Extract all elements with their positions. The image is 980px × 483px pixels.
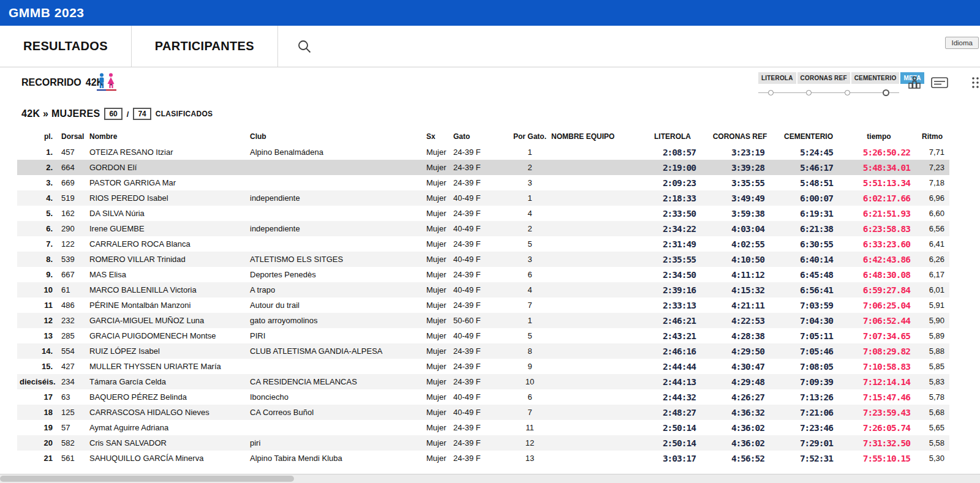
- col-dorsal: Dorsal: [59, 129, 87, 144]
- more-options-icon[interactable]: [970, 76, 980, 89]
- cell-coronas-ref: 4:29:48: [706, 374, 774, 389]
- cell-place: 10: [17, 282, 59, 298]
- cell-por-gato: 5: [511, 236, 549, 252]
- cell-literola: 2:18:33: [639, 190, 706, 206]
- cell-cementerio: 7:21:06: [774, 405, 843, 420]
- cell-tiempo: 5:51:13.34: [843, 175, 915, 190]
- table-row[interactable]: 11 486 PÉRINE Montalbán Manzoni Autour d…: [17, 298, 949, 313]
- cell-gato: 40-49 F: [451, 405, 511, 420]
- cell-por-gato: 13: [511, 451, 549, 466]
- cell-gato: 24-39 F: [451, 420, 511, 435]
- table-row[interactable]: dieciséis. 234 Támara García Celda CA RE…: [17, 374, 949, 389]
- table-row[interactable]: 19 57 Aymat Aguirre Adriana Mujer 24-39 …: [17, 420, 949, 435]
- cell-place: 9.: [17, 267, 59, 282]
- table-row[interactable]: 10 61 MARCO BALLENILLA Victoria A trapo …: [17, 282, 949, 298]
- cell-dorsal: 561: [59, 451, 87, 466]
- checkpoint-dot[interactable]: [768, 90, 774, 95]
- cell-ritmo: 7,18: [915, 175, 949, 190]
- table-row[interactable]: 17 63 BAQUERO PÉREZ Belinda Ibonciecho M…: [17, 389, 949, 405]
- cell-gato: 40-49 F: [451, 221, 511, 236]
- cell-nombre: ROMERO VILLAR Trinidad: [87, 252, 247, 267]
- cell-coronas-ref: 4:36:02: [706, 420, 774, 435]
- table-row[interactable]: 8. 539 ROMERO VILLAR Trinidad ATLETISMO …: [17, 252, 949, 267]
- cell-tiempo: 6:42:43.86: [843, 252, 915, 267]
- cell-tiempo: 7:23:59.43: [843, 405, 915, 420]
- gender-filter-icon[interactable]: [97, 72, 116, 92]
- cell-cementerio: 6:56:41: [774, 282, 843, 298]
- table-row[interactable]: 2. 664 GORDON Elí Mujer 24-39 F 2 2:19:0…: [17, 160, 949, 175]
- cell-equipo: [549, 160, 639, 175]
- search-button[interactable]: [278, 26, 331, 67]
- cell-club: Alpino Benalmádena: [247, 144, 424, 160]
- cell-coronas-ref: 3:59:38: [706, 206, 774, 221]
- scrollbar-thumb[interactable]: [0, 476, 294, 482]
- checkpoint-literola[interactable]: LITEROLA: [758, 72, 796, 84]
- table-row[interactable]: 9. 667 MAS Elisa Deportes Penedès Mujer …: [17, 267, 949, 282]
- cell-place: dieciséis.: [17, 374, 59, 389]
- cell-equipo: [549, 252, 639, 267]
- cell-literola: 2:48:27: [639, 405, 706, 420]
- cell-nombre: GORDON Elí: [87, 160, 247, 175]
- cell-coronas-ref: 4:02:55: [706, 236, 774, 252]
- cell-dorsal: 554: [59, 343, 87, 359]
- cell-sx: Mujer: [424, 343, 451, 359]
- table-row[interactable]: 21 561 SAHUQUILLO GARCÍA Minerva Alpino …: [17, 451, 949, 466]
- cell-tiempo: 6:33:23.60: [843, 236, 915, 252]
- table-row[interactable]: 12 232 GARCIA-MIGUEL MUÑOZ Luna gato arr…: [17, 313, 949, 328]
- checkpoint-cementerio[interactable]: CEMENTERIO: [851, 72, 900, 84]
- table-row[interactable]: 3. 669 PASTOR GARRIGA Mar Mujer 24-39 F …: [17, 175, 949, 190]
- table-row[interactable]: 15. 427 MULLER THYSSEN URIARTE María Muj…: [17, 359, 949, 374]
- cell-gato: 40-49 F: [451, 282, 511, 298]
- checkpoint-dot[interactable]: [883, 89, 889, 96]
- table-row[interactable]: 7. 122 CARRALERO ROCA Blanca Mujer 24-39…: [17, 236, 949, 252]
- cell-club: independiente: [247, 221, 424, 236]
- podium-icon[interactable]: [908, 76, 921, 89]
- table-row[interactable]: 13 285 GRACIA PUIGDOMENECH Montse PIRI M…: [17, 328, 949, 343]
- cell-tiempo: 5:26:50.22: [843, 144, 915, 160]
- cell-nombre: Támara García Celda: [87, 374, 247, 389]
- cell-dorsal: 162: [59, 206, 87, 221]
- cell-sx: Mujer: [424, 160, 451, 175]
- col-nombre-equipo: NOMBRE EQUIPO: [549, 129, 639, 144]
- cell-place: 21: [17, 451, 59, 466]
- table-row[interactable]: 1. 457 OTEIZA RESANO Itziar Alpino Benal…: [17, 144, 949, 160]
- cell-club: piri: [247, 435, 424, 451]
- card-view-icon[interactable]: [931, 76, 948, 89]
- checkpoint-dot[interactable]: [845, 90, 850, 95]
- cell-tiempo: 7:06:52.44: [843, 313, 915, 328]
- cell-literola: 2:44:13: [639, 374, 706, 389]
- cell-tiempo: 7:07:34.65: [843, 328, 915, 343]
- table-row[interactable]: 4. 519 RIOS PEREDO Isabel independiente …: [17, 190, 949, 206]
- cell-gato: 40-49 F: [451, 328, 511, 343]
- cell-equipo: [549, 374, 639, 389]
- cell-dorsal: 290: [59, 221, 87, 236]
- cell-literola: 2:09:23: [639, 175, 706, 190]
- cell-nombre: CARRASCOSA HIDALGO Nieves: [87, 405, 247, 420]
- cell-por-gato: 8: [511, 343, 549, 359]
- col-coronas-ref: CORONAS REF: [706, 129, 774, 144]
- table-row[interactable]: 6. 290 Irene GUEMBE independiente Mujer …: [17, 221, 949, 236]
- cell-dorsal: 519: [59, 190, 87, 206]
- idioma-button[interactable]: Idioma: [945, 37, 979, 49]
- cell-club: Autour du trail: [247, 298, 424, 313]
- tab-participantes[interactable]: PARTICIPANTES: [132, 26, 277, 67]
- cell-nombre: GRACIA PUIGDOMENECH Montse: [87, 328, 247, 343]
- table-row[interactable]: 14. 554 RUIZ LÓPEZ Isabel CLUB ATLETISMA…: [17, 343, 949, 359]
- checkpoint-coronas-ref[interactable]: CORONAS REF: [797, 72, 850, 84]
- checkpoint-dot[interactable]: [806, 90, 812, 95]
- cell-sx: Mujer: [424, 389, 451, 405]
- cell-dorsal: 57: [59, 420, 87, 435]
- cell-coronas-ref: 4:30:47: [706, 359, 774, 374]
- cell-dorsal: 232: [59, 313, 87, 328]
- table-row[interactable]: 18 125 CARRASCOSA HIDALGO Nieves CA Corr…: [17, 405, 949, 420]
- cell-equipo: [549, 298, 639, 313]
- cell-equipo: [549, 451, 639, 466]
- cell-place: 2.: [17, 160, 59, 175]
- table-row[interactable]: 5. 162 DA SILVA Núria Mujer 24-39 F 4 2:…: [17, 206, 949, 221]
- horizontal-scrollbar[interactable]: [0, 474, 980, 483]
- tab-resultados[interactable]: RESULTADOS: [0, 26, 131, 67]
- table-row[interactable]: 20 582 Cris SAN SALVADOR piri Mujer 24-3…: [17, 435, 949, 451]
- cell-por-gato: 1: [511, 144, 549, 160]
- table-header-row: pl. Dorsal Nombre Club Sx Gato Por Gato.…: [17, 129, 949, 144]
- cell-sx: Mujer: [424, 451, 451, 466]
